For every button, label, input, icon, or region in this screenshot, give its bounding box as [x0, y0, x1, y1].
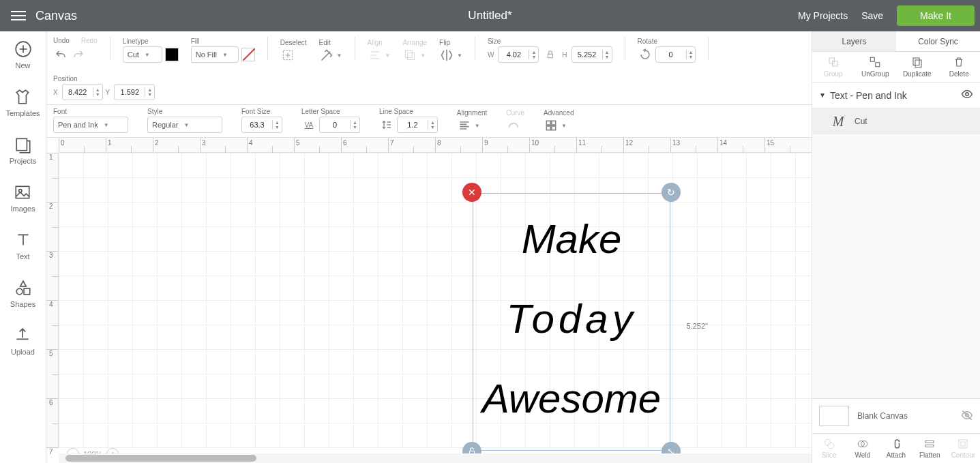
sidebar-item-shapes[interactable]: Shapes: [10, 278, 35, 308]
top-bar: Canvas Untitled* My Projects Save Make I…: [0, 0, 980, 31]
blank-canvas-swatch[interactable]: [819, 406, 849, 426]
shapes-icon: [14, 278, 33, 297]
svg-rect-29: [959, 440, 967, 448]
svg-rect-30: [961, 442, 965, 446]
visibility-icon[interactable]: [961, 88, 973, 102]
delete-handle-icon[interactable]: ✕: [462, 183, 481, 202]
blank-canvas-row[interactable]: Blank Canvas: [812, 398, 980, 433]
my-projects-link[interactable]: My Projects: [798, 10, 848, 21]
svg-rect-9: [548, 54, 553, 57]
curve-icon: [506, 118, 521, 133]
text-icon: [14, 230, 33, 250]
align-icon: [368, 48, 383, 63]
x-input[interactable]: ▲▼: [62, 84, 103, 100]
lock-aspect-icon[interactable]: [543, 47, 558, 62]
blank-visibility-icon[interactable]: [961, 409, 973, 423]
upload-icon: [13, 326, 32, 345]
svg-point-4: [16, 288, 23, 295]
save-link[interactable]: Save: [861, 10, 883, 21]
letter-space-icon: VA: [301, 117, 316, 132]
left-sidebar: New Templates Projects Images Text Shape…: [0, 31, 46, 463]
linetype-dropdown[interactable]: Cut▼: [123, 46, 162, 63]
horizontal-ruler: 0123456789101112131415: [59, 138, 812, 153]
svg-rect-5: [24, 288, 30, 295]
toolbar-2: Font Pen and Ink▼ Style Regular▼ Font Si…: [46, 105, 812, 138]
document-title: Untitled*: [468, 9, 511, 23]
canvas[interactable]: 0123456789101112131415 1234567 Make Toda…: [46, 138, 812, 463]
rotate-input[interactable]: ▲▼: [655, 46, 696, 63]
fill-dropdown[interactable]: No Fill▼: [191, 46, 239, 63]
height-label: 5.252": [687, 322, 708, 330]
y-input[interactable]: ▲▼: [114, 84, 155, 100]
sidebar-item-upload[interactable]: Upload: [11, 326, 35, 356]
svg-rect-11: [552, 121, 556, 125]
horizontal-scrollbar[interactable]: [59, 453, 812, 463]
sidebar-item-projects[interactable]: Projects: [10, 135, 37, 165]
svg-rect-10: [546, 121, 550, 125]
menu-icon[interactable]: [5, 11, 33, 20]
arrange-icon: [402, 48, 417, 63]
flip-icon[interactable]: [439, 48, 454, 63]
projects-icon: [14, 135, 33, 154]
svg-rect-19: [913, 58, 919, 65]
duplicate-button[interactable]: Duplicate: [896, 52, 938, 82]
redo-icon[interactable]: [71, 48, 86, 63]
app-name: Canvas: [35, 9, 77, 23]
sidebar-item-templates[interactable]: Templates: [5, 87, 40, 117]
advanced-icon[interactable]: [544, 118, 559, 133]
alignment-icon[interactable]: [457, 118, 472, 133]
svg-rect-1: [16, 138, 27, 150]
fill-color-swatch[interactable]: [241, 48, 255, 61]
svg-rect-2: [16, 186, 30, 198]
deselect-icon[interactable]: [280, 48, 295, 63]
shirt-icon: [13, 87, 32, 106]
plus-circle-icon: [14, 40, 33, 59]
ungroup-button[interactable]: UnGroup: [855, 52, 897, 82]
edit-icon[interactable]: [319, 48, 334, 63]
width-input[interactable]: ▲▼: [498, 46, 539, 63]
svg-rect-8: [408, 53, 415, 60]
delete-button[interactable]: Delete: [938, 52, 981, 82]
svg-rect-7: [406, 50, 413, 57]
flatten-button[interactable]: Flatten: [913, 434, 947, 463]
group-button: Group: [812, 52, 855, 82]
contour-button: Contour: [947, 434, 980, 463]
toolbar-1: Undo Redo Linetype Cut▼ Fill No Fill▼: [46, 31, 812, 105]
undo-icon[interactable]: [53, 48, 68, 63]
letter-space-input[interactable]: ▲▼: [319, 117, 360, 133]
selection-box[interactable]: Make Today Awesome ✕ ↻ ⤡ 5.252" 4.02": [473, 193, 670, 451]
svg-point-21: [966, 93, 969, 96]
sidebar-item-images[interactable]: Images: [10, 183, 35, 213]
weld-button[interactable]: Weld: [846, 434, 879, 463]
svg-rect-18: [876, 63, 880, 67]
svg-rect-28: [925, 445, 934, 447]
layer-item[interactable]: M Cut: [812, 108, 980, 134]
slice-button: Slice: [812, 434, 846, 463]
attach-button[interactable]: Attach: [879, 434, 912, 463]
height-input[interactable]: ▲▼: [571, 46, 612, 63]
make-it-button[interactable]: Make It: [897, 5, 975, 26]
svg-rect-20: [915, 60, 921, 68]
tab-layers[interactable]: Layers: [812, 31, 896, 51]
font-dropdown[interactable]: Pen and Ink▼: [53, 117, 128, 133]
line-space-input[interactable]: ▲▼: [397, 117, 438, 133]
layer-header[interactable]: ▼ Text - Pen and Ink: [812, 83, 980, 108]
vertical-ruler: 1234567: [46, 153, 59, 448]
svg-rect-13: [552, 126, 556, 130]
svg-rect-15: [829, 58, 835, 63]
sidebar-item-new[interactable]: New: [14, 40, 33, 70]
svg-rect-12: [546, 126, 550, 130]
canvas-text[interactable]: Make Today Awesome: [473, 194, 670, 444]
rotate-handle-icon[interactable]: ↻: [662, 183, 681, 202]
tab-color-sync[interactable]: Color Sync: [896, 31, 980, 51]
svg-rect-16: [832, 61, 837, 67]
font-size-input[interactable]: ▲▼: [241, 117, 282, 133]
line-space-icon: [379, 117, 394, 132]
layer-thumbnail: M: [829, 114, 848, 129]
svg-rect-17: [871, 57, 875, 61]
rotate-icon[interactable]: [638, 47, 653, 62]
style-dropdown[interactable]: Regular▼: [147, 117, 222, 133]
svg-rect-27: [925, 441, 934, 443]
sidebar-item-text[interactable]: Text: [14, 230, 33, 260]
line-color-swatch[interactable]: [165, 48, 179, 61]
